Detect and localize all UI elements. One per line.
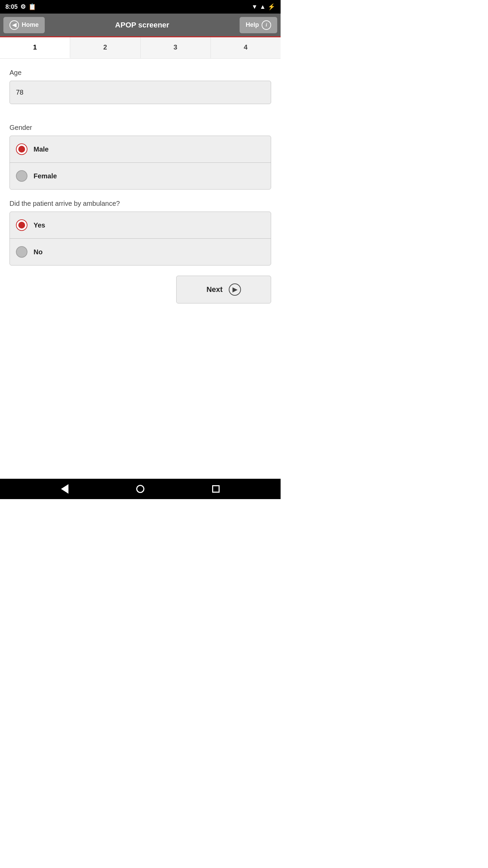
gender-female-label: Female [34, 172, 57, 180]
status-bar-right: ▼ ▲ ⚡ [251, 3, 275, 11]
header: ◀ Home APOP screener Help i [0, 14, 281, 37]
status-bar-left: 8:05 ⚙ 📋 [5, 3, 36, 11]
recent-apps-icon [212, 485, 220, 493]
gender-radio-group: Male Female [9, 136, 271, 190]
gender-female-radio[interactable] [16, 170, 27, 182]
ambulance-yes-radio[interactable] [16, 219, 27, 231]
gender-female-option[interactable]: Female [10, 163, 271, 189]
navigation-bar [0, 479, 281, 499]
info-icon: i [262, 20, 271, 30]
battery-icon: ⚡ [268, 3, 275, 11]
home-icon [136, 485, 144, 493]
tab-4[interactable]: 4 [211, 37, 281, 58]
time-display: 8:05 [5, 3, 18, 11]
ambulance-no-radio[interactable] [16, 246, 27, 258]
next-button[interactable]: Next ▶ [176, 276, 271, 303]
recents-nav-button[interactable] [212, 485, 220, 493]
back-nav-button[interactable] [61, 484, 68, 494]
back-icon [61, 484, 68, 494]
clipboard-icon: 📋 [28, 3, 36, 11]
back-arrow-icon: ◀ [9, 20, 19, 30]
wifi-icon: ▼ [251, 3, 258, 11]
ambulance-no-option[interactable]: No [10, 239, 271, 265]
help-button-label: Help [246, 21, 259, 28]
tab-3[interactable]: 3 [141, 37, 211, 58]
ambulance-question-label: Did the patient arrive by ambulance? [9, 200, 271, 208]
tab-1[interactable]: 1 [0, 37, 70, 58]
age-input[interactable] [9, 81, 271, 104]
app-title: APOP screener [45, 21, 240, 29]
form-content: Age Gender Male Female Did the patient a… [0, 59, 281, 479]
age-field-group: Age [9, 69, 271, 114]
age-label: Age [9, 69, 271, 77]
ambulance-field-group: Did the patient arrive by ambulance? Yes… [9, 200, 271, 265]
next-arrow-icon: ▶ [229, 283, 241, 296]
gender-male-option[interactable]: Male [10, 136, 271, 163]
status-bar: 8:05 ⚙ 📋 ▼ ▲ ⚡ [0, 0, 281, 14]
help-button[interactable]: Help i [240, 17, 277, 33]
gender-male-radio[interactable] [16, 143, 27, 155]
signal-icon: ▲ [260, 3, 266, 11]
ambulance-radio-group: Yes No [9, 212, 271, 265]
home-nav-button[interactable] [136, 485, 144, 493]
ambulance-no-label: No [34, 248, 43, 256]
home-button[interactable]: ◀ Home [3, 17, 45, 33]
gender-field-group: Gender Male Female [9, 124, 271, 190]
next-button-label: Next [206, 285, 223, 294]
tab-2[interactable]: 2 [70, 37, 140, 58]
next-button-container: Next ▶ [9, 276, 271, 303]
step-tabs: 1 2 3 4 [0, 37, 281, 59]
gear-icon: ⚙ [20, 3, 26, 11]
home-button-label: Home [22, 21, 39, 28]
gender-label: Gender [9, 124, 271, 132]
ambulance-yes-option[interactable]: Yes [10, 212, 271, 239]
ambulance-yes-label: Yes [34, 221, 45, 229]
gender-male-label: Male [34, 145, 48, 153]
